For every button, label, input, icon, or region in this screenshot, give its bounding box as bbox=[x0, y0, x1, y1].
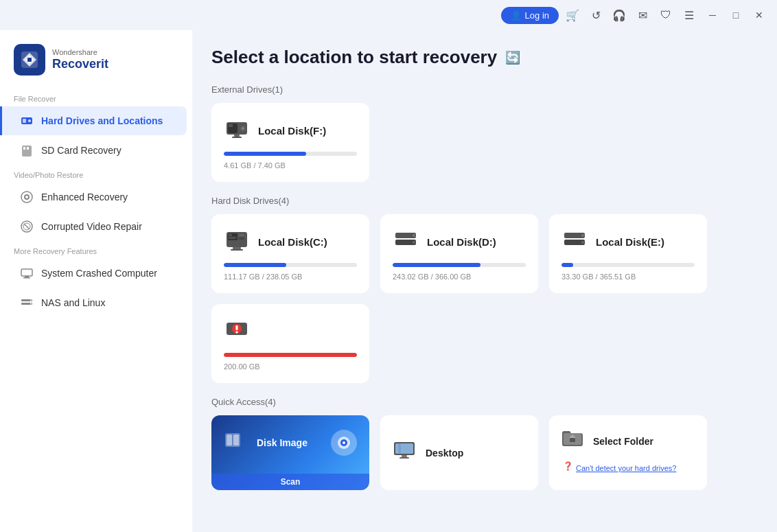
drive-c-icon bbox=[224, 227, 250, 257]
section-file-recover: File Recover bbox=[0, 89, 192, 106]
cant-detect-link[interactable]: Can't detect your hard drives? bbox=[576, 464, 676, 472]
drive-e-name: Local Disk(E:) bbox=[596, 236, 664, 248]
section-video-photo: Video/Photo Restore bbox=[0, 165, 192, 182]
select-folder-top: Select Folder bbox=[560, 426, 653, 456]
drive-c-size: 111.17 GB / 238.05 GB bbox=[224, 273, 357, 281]
drive-card-c[interactable]: Local Disk(C:) 111.17 GB / 238.05 GB bbox=[211, 214, 369, 293]
select-folder-icon bbox=[560, 426, 585, 456]
sidebar-item-system-crashed[interactable]: System Crashed Computer bbox=[5, 259, 187, 288]
scan-label[interactable]: Scan bbox=[211, 474, 369, 490]
svg-rect-60 bbox=[399, 457, 409, 459]
enhanced-icon bbox=[19, 189, 34, 205]
svg-point-4 bbox=[28, 119, 31, 122]
svg-rect-56 bbox=[395, 443, 413, 454]
drive-card-d-top: Local Disk(D:) bbox=[393, 227, 526, 257]
minimize-button[interactable]: ─ bbox=[703, 5, 722, 25]
drive-d-name: Local Disk(D:) bbox=[427, 236, 496, 248]
drive-card-top: Local Disk(F:) bbox=[224, 115, 357, 146]
svg-rect-6 bbox=[23, 147, 25, 150]
svg-rect-23 bbox=[229, 124, 233, 127]
sidebar-item-enhanced[interactable]: Enhanced Recovery bbox=[5, 183, 187, 211]
svg-rect-30 bbox=[229, 234, 232, 236]
drive-d-size: 243.02 GB / 366.00 GB bbox=[393, 273, 526, 281]
svg-point-54 bbox=[343, 441, 345, 444]
brand-name: Wondershare bbox=[52, 48, 108, 57]
quick-card-desktop[interactable]: Desktop bbox=[380, 415, 538, 490]
maximize-button[interactable]: □ bbox=[726, 5, 745, 25]
app-body: Wondershare Recoverit File Recover Hard … bbox=[0, 30, 777, 532]
drive-e-size: 33.30 GB / 365.51 GB bbox=[561, 273, 695, 281]
svg-rect-58 bbox=[401, 443, 403, 454]
svg-rect-32 bbox=[229, 238, 235, 239]
drive-e-progress-container bbox=[561, 263, 695, 267]
quick-card-disk-image[interactable]: Disk Image Scan bbox=[211, 415, 369, 490]
drive-error-progress-fill bbox=[224, 353, 357, 357]
quick-access-label: Quick Access(4) bbox=[211, 397, 758, 407]
hard-drives-icon bbox=[19, 113, 34, 128]
sidebar: Wondershare Recoverit File Recover Hard … bbox=[0, 30, 192, 532]
hard-disk-drives-label: Hard Disk Drives(4) bbox=[211, 196, 758, 206]
drive-card-e[interactable]: Local Disk(E:) 33.30 GB / 365.51 GB bbox=[549, 214, 707, 293]
svg-rect-15 bbox=[25, 276, 29, 277]
drive-card-d[interactable]: Local Disk(D:) 243.02 GB / 366.00 GB bbox=[380, 214, 538, 293]
svg-rect-61 bbox=[570, 438, 575, 442]
logo-area: Wondershare Recoverit bbox=[0, 37, 192, 89]
drive-d-progress-fill bbox=[393, 263, 480, 267]
quick-card-select-folder[interactable]: Select Folder ❓ Can't detect your hard d… bbox=[549, 415, 707, 490]
drive-f-size: 4.61 GB / 7.40 GB bbox=[224, 161, 357, 170]
titlebar: 👤 Log in 🛒 ↺ 🎧 ✉ 🛡 ☰ ─ □ ✕ bbox=[0, 0, 777, 30]
svg-rect-31 bbox=[229, 237, 237, 238]
svg-point-20 bbox=[30, 303, 32, 305]
quick-access-row: Disk Image Scan bbox=[211, 415, 758, 490]
cart-icon[interactable]: 🛒 bbox=[563, 5, 582, 25]
sidebar-item-corrupted-video[interactable]: Corrupted Video Repair bbox=[5, 212, 187, 241]
product-name: Recoverit bbox=[52, 57, 108, 72]
drive-card-error[interactable]: 200.00 GB bbox=[211, 304, 369, 383]
hard-drives-label: Hard Drives and Locations bbox=[41, 115, 163, 126]
svg-point-39 bbox=[413, 234, 415, 237]
corrupted-video-icon bbox=[19, 219, 34, 234]
restore-icon[interactable]: ↺ bbox=[586, 5, 605, 25]
svg-point-10 bbox=[25, 196, 28, 198]
list-icon[interactable]: ☰ bbox=[680, 5, 699, 25]
svg-rect-1 bbox=[27, 58, 32, 62]
drive-error-icon bbox=[224, 316, 250, 347]
login-button[interactable]: 👤 Log in bbox=[501, 7, 559, 24]
svg-rect-50 bbox=[227, 435, 232, 446]
svg-point-44 bbox=[581, 241, 584, 244]
headset-icon[interactable]: 🎧 bbox=[610, 5, 629, 25]
svg-rect-27 bbox=[232, 137, 242, 138]
select-folder-label: Select Folder bbox=[593, 436, 653, 447]
drive-card-e-top: Local Disk(E:) bbox=[561, 227, 695, 257]
svg-point-40 bbox=[413, 241, 415, 244]
svg-rect-51 bbox=[233, 435, 239, 446]
sidebar-item-hard-drives[interactable]: Hard Drives and Locations bbox=[0, 106, 187, 135]
corrupted-video-label: Corrupted Video Repair bbox=[41, 221, 142, 232]
svg-line-13 bbox=[24, 224, 30, 229]
page-title: Select a location to start recovery bbox=[211, 47, 497, 68]
system-crashed-label: System Crashed Computer bbox=[41, 268, 157, 279]
external-drive-icon bbox=[224, 115, 250, 146]
disk-image-top: Disk Image bbox=[224, 428, 357, 457]
sidebar-item-sd-card[interactable]: SD Card Recovery bbox=[5, 136, 187, 165]
desktop-label: Desktop bbox=[426, 448, 463, 459]
question-icon: ❓ bbox=[563, 461, 573, 471]
svg-rect-14 bbox=[21, 269, 32, 276]
mail-icon[interactable]: ✉ bbox=[633, 5, 652, 25]
shield-icon[interactable]: 🛡 bbox=[656, 5, 675, 25]
close-button[interactable]: ✕ bbox=[750, 5, 769, 25]
svg-point-25 bbox=[242, 128, 244, 130]
drive-f-progress-fill bbox=[224, 152, 306, 156]
section-more-recovery: More Recovery Features bbox=[0, 242, 192, 258]
svg-rect-59 bbox=[402, 455, 407, 457]
drive-c-progress-container bbox=[224, 263, 357, 267]
svg-rect-48 bbox=[236, 332, 238, 334]
enhanced-label: Enhanced Recovery bbox=[41, 192, 128, 203]
drive-card-error-top bbox=[224, 316, 357, 347]
page-header: Select a location to start recovery 🔄 bbox=[211, 47, 758, 68]
sidebar-item-nas[interactable]: NAS and Linux bbox=[5, 288, 187, 317]
cant-detect-row: ❓ Can't detect your hard drives? bbox=[560, 460, 676, 472]
drive-card-f[interactable]: Local Disk(F:) 4.61 GB / 7.40 GB bbox=[211, 103, 369, 182]
refresh-button[interactable]: 🔄 bbox=[505, 50, 520, 65]
drive-f-progress-container bbox=[224, 152, 357, 156]
